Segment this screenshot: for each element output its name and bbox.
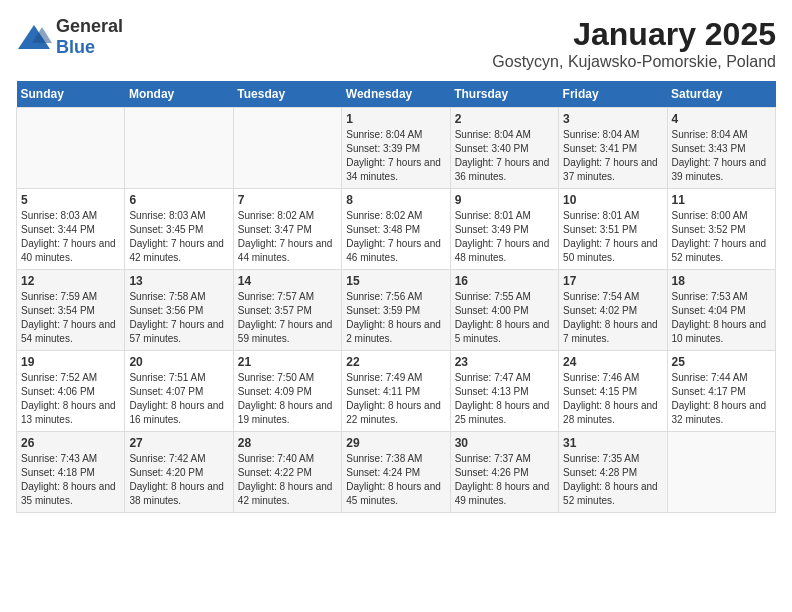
day-number: 4: [672, 112, 771, 126]
day-number: 3: [563, 112, 662, 126]
calendar-table: Sunday Monday Tuesday Wednesday Thursday…: [16, 81, 776, 513]
calendar-cell: 15Sunrise: 7:56 AMSunset: 3:59 PMDayligh…: [342, 270, 450, 351]
calendar-cell: 7Sunrise: 8:02 AMSunset: 3:47 PMDaylight…: [233, 189, 341, 270]
day-info: Sunrise: 7:40 AMSunset: 4:22 PMDaylight:…: [238, 452, 337, 508]
day-number: 21: [238, 355, 337, 369]
day-info: Sunrise: 8:04 AMSunset: 3:43 PMDaylight:…: [672, 128, 771, 184]
calendar-cell: 12Sunrise: 7:59 AMSunset: 3:54 PMDayligh…: [17, 270, 125, 351]
day-info: Sunrise: 7:49 AMSunset: 4:11 PMDaylight:…: [346, 371, 445, 427]
calendar-cell: 21Sunrise: 7:50 AMSunset: 4:09 PMDayligh…: [233, 351, 341, 432]
calendar-cell: 9Sunrise: 8:01 AMSunset: 3:49 PMDaylight…: [450, 189, 558, 270]
day-number: 13: [129, 274, 228, 288]
day-number: 27: [129, 436, 228, 450]
day-info: Sunrise: 7:56 AMSunset: 3:59 PMDaylight:…: [346, 290, 445, 346]
day-info: Sunrise: 7:44 AMSunset: 4:17 PMDaylight:…: [672, 371, 771, 427]
day-info: Sunrise: 7:59 AMSunset: 3:54 PMDaylight:…: [21, 290, 120, 346]
calendar-cell: 13Sunrise: 7:58 AMSunset: 3:56 PMDayligh…: [125, 270, 233, 351]
day-info: Sunrise: 7:47 AMSunset: 4:13 PMDaylight:…: [455, 371, 554, 427]
day-info: Sunrise: 8:02 AMSunset: 3:48 PMDaylight:…: [346, 209, 445, 265]
day-number: 31: [563, 436, 662, 450]
day-number: 30: [455, 436, 554, 450]
day-info: Sunrise: 7:43 AMSunset: 4:18 PMDaylight:…: [21, 452, 120, 508]
calendar-cell: 24Sunrise: 7:46 AMSunset: 4:15 PMDayligh…: [559, 351, 667, 432]
calendar-cell: 17Sunrise: 7:54 AMSunset: 4:02 PMDayligh…: [559, 270, 667, 351]
logo-general-text: General: [56, 16, 123, 36]
col-saturday: Saturday: [667, 81, 775, 108]
calendar-week-row: 26Sunrise: 7:43 AMSunset: 4:18 PMDayligh…: [17, 432, 776, 513]
day-info: Sunrise: 7:46 AMSunset: 4:15 PMDaylight:…: [563, 371, 662, 427]
day-info: Sunrise: 7:58 AMSunset: 3:56 PMDaylight:…: [129, 290, 228, 346]
calendar-cell: 11Sunrise: 8:00 AMSunset: 3:52 PMDayligh…: [667, 189, 775, 270]
calendar-cell: [233, 108, 341, 189]
day-info: Sunrise: 8:04 AMSunset: 3:41 PMDaylight:…: [563, 128, 662, 184]
day-number: 1: [346, 112, 445, 126]
calendar-cell: 25Sunrise: 7:44 AMSunset: 4:17 PMDayligh…: [667, 351, 775, 432]
day-number: 12: [21, 274, 120, 288]
calendar-cell: 6Sunrise: 8:03 AMSunset: 3:45 PMDaylight…: [125, 189, 233, 270]
calendar-cell: 14Sunrise: 7:57 AMSunset: 3:57 PMDayligh…: [233, 270, 341, 351]
day-info: Sunrise: 8:02 AMSunset: 3:47 PMDaylight:…: [238, 209, 337, 265]
day-number: 2: [455, 112, 554, 126]
day-number: 23: [455, 355, 554, 369]
day-info: Sunrise: 7:38 AMSunset: 4:24 PMDaylight:…: [346, 452, 445, 508]
day-number: 22: [346, 355, 445, 369]
col-tuesday: Tuesday: [233, 81, 341, 108]
day-number: 14: [238, 274, 337, 288]
day-number: 5: [21, 193, 120, 207]
day-number: 6: [129, 193, 228, 207]
logo: General Blue: [16, 16, 123, 58]
day-info: Sunrise: 8:03 AMSunset: 3:45 PMDaylight:…: [129, 209, 228, 265]
day-number: 24: [563, 355, 662, 369]
title-area: January 2025 Gostycyn, Kujawsko-Pomorski…: [492, 16, 776, 71]
day-info: Sunrise: 7:42 AMSunset: 4:20 PMDaylight:…: [129, 452, 228, 508]
logo-icon: [16, 23, 52, 51]
calendar-week-row: 19Sunrise: 7:52 AMSunset: 4:06 PMDayligh…: [17, 351, 776, 432]
calendar-cell: 10Sunrise: 8:01 AMSunset: 3:51 PMDayligh…: [559, 189, 667, 270]
day-number: 18: [672, 274, 771, 288]
day-info: Sunrise: 8:01 AMSunset: 3:49 PMDaylight:…: [455, 209, 554, 265]
day-number: 9: [455, 193, 554, 207]
col-friday: Friday: [559, 81, 667, 108]
calendar-cell: [125, 108, 233, 189]
day-info: Sunrise: 7:52 AMSunset: 4:06 PMDaylight:…: [21, 371, 120, 427]
calendar-week-row: 1Sunrise: 8:04 AMSunset: 3:39 PMDaylight…: [17, 108, 776, 189]
day-info: Sunrise: 7:35 AMSunset: 4:28 PMDaylight:…: [563, 452, 662, 508]
day-info: Sunrise: 8:01 AMSunset: 3:51 PMDaylight:…: [563, 209, 662, 265]
col-monday: Monday: [125, 81, 233, 108]
calendar-cell: 3Sunrise: 8:04 AMSunset: 3:41 PMDaylight…: [559, 108, 667, 189]
header: General Blue January 2025 Gostycyn, Kuja…: [16, 16, 776, 71]
calendar-cell: 26Sunrise: 7:43 AMSunset: 4:18 PMDayligh…: [17, 432, 125, 513]
day-info: Sunrise: 8:04 AMSunset: 3:39 PMDaylight:…: [346, 128, 445, 184]
calendar-cell: 4Sunrise: 8:04 AMSunset: 3:43 PMDaylight…: [667, 108, 775, 189]
day-number: 20: [129, 355, 228, 369]
day-number: 17: [563, 274, 662, 288]
calendar-week-row: 5Sunrise: 8:03 AMSunset: 3:44 PMDaylight…: [17, 189, 776, 270]
day-number: 11: [672, 193, 771, 207]
day-number: 7: [238, 193, 337, 207]
day-number: 10: [563, 193, 662, 207]
calendar-cell: [17, 108, 125, 189]
col-sunday: Sunday: [17, 81, 125, 108]
calendar-cell: 28Sunrise: 7:40 AMSunset: 4:22 PMDayligh…: [233, 432, 341, 513]
day-info: Sunrise: 8:00 AMSunset: 3:52 PMDaylight:…: [672, 209, 771, 265]
calendar-cell: 5Sunrise: 8:03 AMSunset: 3:44 PMDaylight…: [17, 189, 125, 270]
day-number: 29: [346, 436, 445, 450]
calendar-cell: 16Sunrise: 7:55 AMSunset: 4:00 PMDayligh…: [450, 270, 558, 351]
day-info: Sunrise: 7:51 AMSunset: 4:07 PMDaylight:…: [129, 371, 228, 427]
calendar-cell: [667, 432, 775, 513]
logo-blue-text: Blue: [56, 37, 95, 57]
calendar-header-row: Sunday Monday Tuesday Wednesday Thursday…: [17, 81, 776, 108]
day-info: Sunrise: 8:03 AMSunset: 3:44 PMDaylight:…: [21, 209, 120, 265]
day-info: Sunrise: 8:04 AMSunset: 3:40 PMDaylight:…: [455, 128, 554, 184]
day-number: 19: [21, 355, 120, 369]
day-number: 25: [672, 355, 771, 369]
calendar-cell: 22Sunrise: 7:49 AMSunset: 4:11 PMDayligh…: [342, 351, 450, 432]
calendar-cell: 18Sunrise: 7:53 AMSunset: 4:04 PMDayligh…: [667, 270, 775, 351]
calendar-cell: 29Sunrise: 7:38 AMSunset: 4:24 PMDayligh…: [342, 432, 450, 513]
calendar-cell: 20Sunrise: 7:51 AMSunset: 4:07 PMDayligh…: [125, 351, 233, 432]
day-info: Sunrise: 7:54 AMSunset: 4:02 PMDaylight:…: [563, 290, 662, 346]
day-number: 15: [346, 274, 445, 288]
calendar-cell: 8Sunrise: 8:02 AMSunset: 3:48 PMDaylight…: [342, 189, 450, 270]
col-wednesday: Wednesday: [342, 81, 450, 108]
col-thursday: Thursday: [450, 81, 558, 108]
